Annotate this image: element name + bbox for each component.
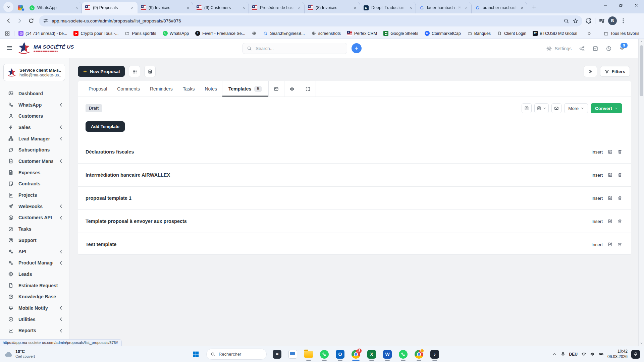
page-scrollbar[interactable] [638, 39, 644, 346]
battery-icon[interactable] [599, 352, 604, 357]
tab-close-icon[interactable] [408, 5, 413, 10]
keyboard-language[interactable]: DEU [569, 352, 578, 357]
fullscreen-tab[interactable] [300, 81, 316, 97]
bookmark-14-714-unread-be[interactable]: (14 714 unread) - be... [18, 31, 67, 36]
bookmark-fiverr-freelance-se[interactable]: fFiverr - Freelance Se... [195, 31, 245, 36]
timesheet-icon[interactable] [606, 46, 612, 52]
sidebar-item-estimate-request[interactable]: Estimate Request [0, 280, 69, 291]
browser-tab-9-invoices[interactable]: ★(9) Invoices [138, 2, 193, 13]
window-restore-button[interactable] [613, 0, 629, 11]
taskbar-app-file-explorer[interactable] [302, 348, 315, 361]
sidebar-item-sales[interactable]: Sales [0, 122, 69, 133]
tab-close-icon[interactable] [185, 5, 191, 10]
edit-template-icon[interactable] [608, 173, 612, 177]
bookmark-perfex-crm[interactable]: ★Perfex CRM [347, 31, 377, 36]
bookmark-google-sheets[interactable]: Google Sheets [383, 31, 418, 36]
forward-button[interactable] [14, 15, 25, 26]
scroll-up-arrow[interactable] [639, 39, 644, 45]
delete-template-icon[interactable] [618, 173, 622, 177]
taskbar-app-excel[interactable]: X [365, 348, 378, 361]
toggle-panel-button[interactable] [584, 66, 597, 77]
tab-close-icon[interactable] [352, 5, 358, 10]
sidebar-item-webhooks[interactable]: WebHooks [0, 201, 69, 212]
pipeline-select[interactable] [534, 103, 549, 113]
pinned-tab[interactable] [15, 2, 26, 13]
insert-template-link[interactable]: Insert [591, 149, 603, 155]
hidden-icons-chevron[interactable] [552, 352, 557, 357]
wifi-icon[interactable] [581, 352, 586, 357]
sidebar-item-product-manage[interactable]: Product Manage [0, 257, 69, 268]
sidebar-item-lead-manager[interactable]: Lead Manager [0, 133, 69, 144]
sidebar-item-dashboard[interactable]: Dashboard [0, 88, 69, 99]
tab-close-icon[interactable] [241, 5, 246, 10]
bookmarks-overflow-icon[interactable] [587, 31, 591, 36]
media-controls-icon[interactable] [599, 18, 605, 24]
delete-template-icon[interactable] [618, 196, 622, 200]
bookmark-crypto-pour-tous[interactable]: Crypto pour Tous -... [73, 31, 118, 36]
tab-close-icon[interactable] [464, 5, 469, 10]
sidebar-item-customer-manage[interactable]: Customer Manage [0, 156, 69, 167]
taskbar-search[interactable] [206, 349, 267, 360]
email-tab[interactable] [268, 81, 284, 97]
tab-search-button[interactable] [3, 2, 13, 12]
taskbar-app-notepad[interactable]: ≡ [270, 348, 284, 361]
bookmark-item[interactable] [252, 31, 257, 36]
taskbar-clock[interactable]: 10:42 06.03.2026 [607, 349, 628, 359]
sidebar-item-api[interactable]: API [0, 246, 69, 257]
sidebar-item-tasks[interactable]: Tasks [0, 223, 69, 235]
notification-center-button[interactable] [631, 350, 640, 359]
pipeline-view-button[interactable] [144, 66, 156, 77]
bookmark-banques[interactable]: Banques [467, 31, 491, 36]
bookmark-paris-sportifs[interactable]: Paris sportifs [125, 31, 156, 36]
add-template-button[interactable]: Add Template [86, 121, 125, 132]
share-icon[interactable] [579, 46, 585, 52]
settings-button[interactable]: Settings [546, 46, 572, 52]
reload-button[interactable] [25, 15, 37, 26]
sidebar-item-customers-api[interactable]: Customers API [0, 212, 69, 224]
sidebar-item-reports[interactable]: Reports [0, 325, 69, 336]
tab-close-icon[interactable] [74, 5, 79, 10]
sidebar-item-utilities[interactable]: Utilities [0, 314, 69, 325]
quick-add-button[interactable] [352, 43, 362, 53]
browser-tab-lauer-hambach-rec[interactable]: Glauer hambach - Rec [416, 2, 472, 13]
back-button[interactable] [3, 15, 14, 26]
tab-close-icon[interactable] [519, 5, 525, 10]
browser-profile-avatar[interactable]: B [608, 16, 617, 25]
volume-icon[interactable] [590, 352, 595, 357]
browser-tab-whatsapp[interactable]: WhatsApp [26, 2, 82, 13]
convert-button[interactable]: Convert [591, 103, 622, 113]
taskbar-app-chrome-2[interactable] [412, 348, 426, 361]
taskbar-app-this-pc[interactable] [286, 348, 300, 361]
delete-template-icon[interactable] [618, 242, 622, 247]
edit-template-icon[interactable] [608, 242, 612, 247]
taskbar-app-whatsapp-2[interactable] [396, 348, 410, 361]
delete-template-icon[interactable] [618, 219, 622, 224]
bookmark-client-login[interactable]: Client Login [497, 31, 526, 36]
delete-template-icon[interactable] [618, 149, 622, 154]
scrollbar-thumb[interactable] [640, 45, 643, 96]
more-button[interactable]: More [564, 103, 588, 113]
window-minimize-button[interactable] [598, 0, 613, 11]
extensions-icon[interactable] [586, 18, 592, 24]
global-search[interactable] [243, 43, 347, 54]
edit-proposal-button[interactable] [522, 103, 532, 113]
scroll-down-arrow[interactable] [639, 340, 644, 346]
taskbar-app-word[interactable]: W [381, 348, 394, 361]
grid-view-button[interactable] [129, 66, 140, 77]
sidebar-toggle-icon[interactable] [6, 45, 13, 51]
taskbar-weather[interactable]: 10°C Ciel couvert [4, 349, 88, 359]
todo-icon[interactable] [592, 46, 598, 52]
bookmark-btcusd-m2-global[interactable]: TVBTCUSD M2 Global [533, 31, 577, 36]
taskbar-app-media-app[interactable]: ♪ [428, 348, 441, 361]
sidebar-item-contracts[interactable]: Contracts [0, 178, 69, 190]
browser-tab-deepl-traduction[interactable]: DDeepL Traduction – [360, 2, 416, 13]
sidebar-item-customers[interactable]: Customers [0, 110, 69, 122]
tab-proposal[interactable]: Proposal [84, 81, 112, 97]
tab-tasks[interactable]: Tasks [178, 81, 200, 97]
search-input[interactable] [255, 46, 343, 51]
bookmark-whatsapp[interactable]: WhatsApp [163, 31, 189, 36]
tab-templates[interactable]: Templates5 [222, 81, 268, 97]
preview-tab[interactable] [284, 81, 300, 97]
zoom-icon[interactable] [564, 18, 569, 24]
insert-template-link[interactable]: Insert [591, 242, 603, 247]
